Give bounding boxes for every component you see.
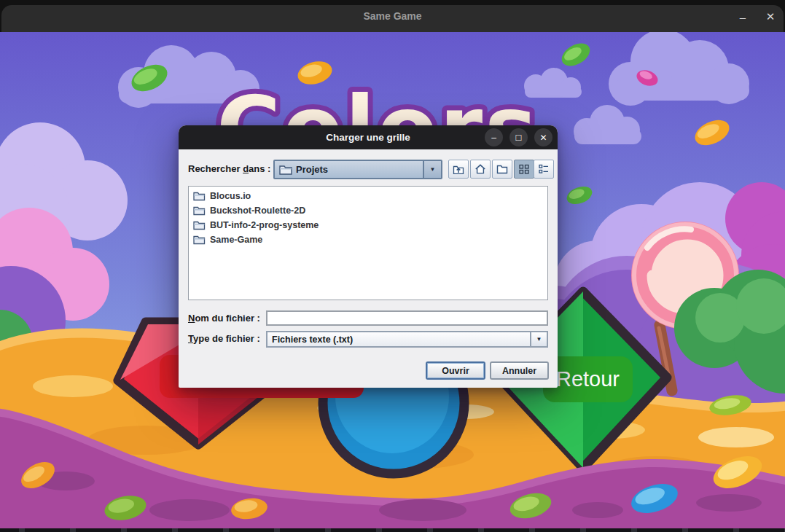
retour-button-label: Retour bbox=[556, 367, 620, 391]
folder-icon bbox=[193, 206, 206, 216]
file-name: Same-Game bbox=[210, 235, 262, 245]
close-icon: ✕ bbox=[539, 133, 547, 142]
file-name: BUT-info-2-prog-systeme bbox=[210, 220, 319, 230]
dialog-maximize-button[interactable]: □ bbox=[509, 128, 528, 146]
open-button[interactable]: Ouvrir bbox=[426, 361, 485, 380]
file-type-combobox[interactable]: Fichiers texte (.txt) ▼ bbox=[266, 331, 548, 348]
minimize-icon: – bbox=[740, 11, 746, 23]
grid-view-icon bbox=[518, 163, 530, 175]
file-row[interactable]: Same-Game bbox=[189, 232, 547, 247]
file-name-input[interactable] bbox=[266, 310, 548, 326]
window-titlebar: Same Game – ✕ bbox=[0, 0, 785, 32]
open-button-label: Ouvrir bbox=[442, 366, 469, 376]
file-name-label: Nom du fichier : bbox=[188, 313, 260, 324]
look-in-value: Projets bbox=[296, 164, 328, 175]
folder-icon bbox=[279, 165, 292, 175]
window-title: Same Game bbox=[0, 10, 785, 22]
maximize-icon: □ bbox=[516, 133, 522, 142]
file-list[interactable]: Blocus.io Buckshot-Roulette-2D BUT-info-… bbox=[188, 186, 548, 300]
look-in-combobox[interactable]: Projets ▼ bbox=[273, 160, 442, 179]
folder-icon bbox=[193, 235, 206, 245]
dialog-titlebar: Charger une grille – □ ✕ bbox=[179, 125, 558, 149]
screen-bottom-strip bbox=[0, 528, 785, 532]
home-icon bbox=[474, 163, 486, 175]
look-in-label: Rechercher dans : bbox=[188, 163, 270, 174]
cancel-button-label: Annuler bbox=[502, 366, 536, 376]
folder-icon bbox=[193, 192, 206, 201]
home-button[interactable] bbox=[470, 160, 491, 179]
file-row[interactable]: BUT-info-2-prog-systeme bbox=[189, 218, 547, 232]
dialog-title: Charger une grille bbox=[326, 132, 410, 143]
folder-icon bbox=[193, 221, 206, 230]
list-view-button[interactable] bbox=[534, 160, 554, 179]
file-row[interactable]: Blocus.io bbox=[189, 189, 547, 203]
chevron-down-icon: ▼ bbox=[530, 332, 547, 346]
chevron-down-icon: ▼ bbox=[423, 161, 441, 178]
file-type-label: Type de fichier : bbox=[188, 333, 260, 344]
new-folder-button[interactable] bbox=[492, 160, 512, 179]
file-name: Buckshot-Roulette-2D bbox=[210, 206, 305, 216]
close-icon: ✕ bbox=[766, 10, 776, 23]
window-close-button[interactable]: ✕ bbox=[760, 7, 781, 27]
dialog-minimize-button[interactable]: – bbox=[485, 128, 503, 146]
dialog-close-button[interactable]: ✕ bbox=[534, 128, 552, 146]
cancel-button[interactable]: Annuler bbox=[490, 361, 549, 380]
file-row[interactable]: Buckshot-Roulette-2D bbox=[189, 203, 547, 218]
grid-view-button[interactable] bbox=[514, 160, 534, 179]
dialog-body: Rechercher dans : Projets ▼ bbox=[179, 149, 558, 388]
list-view-icon bbox=[538, 163, 550, 175]
screen: { "window": { "title": "Same Game" }, "i… bbox=[0, 0, 785, 532]
window-minimize-button[interactable]: – bbox=[733, 7, 753, 27]
load-grid-dialog: Charger une grille – □ ✕ Rechercher dans… bbox=[179, 125, 558, 388]
new-folder-icon bbox=[496, 163, 508, 175]
file-type-value: Fichiers texte (.txt) bbox=[272, 335, 353, 345]
file-name: Blocus.io bbox=[210, 191, 251, 201]
up-level-icon bbox=[453, 163, 464, 175]
minimize-icon: – bbox=[491, 133, 496, 142]
up-level-button[interactable] bbox=[448, 160, 469, 179]
